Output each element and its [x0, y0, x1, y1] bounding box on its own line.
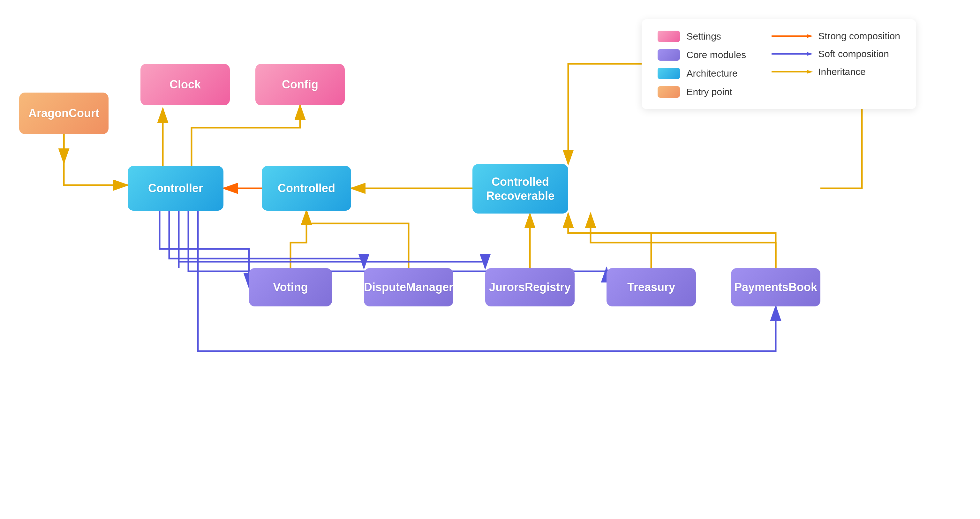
node-voting: Voting: [249, 268, 332, 306]
inherit-arrow-icon: [772, 68, 813, 75]
legend-categories: Settings Core modules Architecture Entry…: [658, 31, 746, 98]
soft-arrow-icon: [772, 51, 813, 57]
node-config: Config: [255, 64, 345, 105]
swatch-entry: [658, 86, 680, 98]
legend-settings: Settings: [658, 31, 746, 42]
legend-arrows: Strong composition Soft composition Inhe…: [772, 31, 900, 77]
legend-entry-label: Entry point: [686, 86, 732, 97]
node-jurors: JurorsRegistry: [485, 268, 574, 306]
legend: Settings Core modules Architecture Entry…: [642, 19, 916, 109]
diagram-container: AragonCourt Clock Config Controller Cont…: [0, 0, 980, 519]
legend-arch-label: Architecture: [686, 68, 737, 79]
legend-strong: Strong composition: [772, 31, 900, 41]
svg-marker-10: [807, 52, 813, 56]
swatch-settings: [658, 31, 680, 42]
swatch-core: [658, 49, 680, 60]
swatch-arch: [658, 68, 680, 79]
svg-marker-12: [807, 70, 813, 74]
node-controlled: Controlled: [262, 166, 351, 211]
clock-label: Clock: [170, 78, 201, 91]
legend-inherit: Inheritance: [772, 66, 900, 77]
config-label: Config: [282, 78, 318, 91]
controlled-label: Controlled: [278, 181, 335, 195]
jurors-label: JurorsRegistry: [489, 280, 571, 294]
strong-arrow-icon: [772, 33, 813, 39]
strong-label: Strong composition: [818, 31, 900, 41]
voting-label: Voting: [273, 280, 308, 294]
soft-label: Soft composition: [818, 49, 889, 59]
legend-soft: Soft composition: [772, 49, 900, 59]
svg-marker-8: [807, 34, 813, 38]
payments-label: PaymentsBook: [734, 280, 817, 294]
legend-arch: Architecture: [658, 68, 746, 79]
node-controller: Controller: [128, 166, 223, 211]
treasury-label: Treasury: [627, 280, 675, 294]
node-treasury: Treasury: [606, 268, 696, 306]
node-controlled-recoverable: ControlledRecoverable: [473, 164, 568, 213]
dispute-label: DisputeManager: [364, 280, 453, 294]
controlled-recoverable-label: ControlledRecoverable: [486, 175, 554, 202]
inherit-label: Inheritance: [818, 66, 865, 77]
legend-entry: Entry point: [658, 86, 746, 98]
legend-core: Core modules: [658, 49, 746, 60]
controller-label: Controller: [148, 181, 203, 195]
legend-core-label: Core modules: [686, 49, 746, 60]
node-clock: Clock: [140, 64, 230, 105]
node-aragon: AragonCourt: [19, 92, 108, 134]
legend-settings-label: Settings: [686, 31, 721, 42]
node-payments: PaymentsBook: [731, 268, 820, 306]
aragon-label: AragonCourt: [29, 106, 99, 120]
node-dispute: DisputeManager: [364, 268, 453, 306]
